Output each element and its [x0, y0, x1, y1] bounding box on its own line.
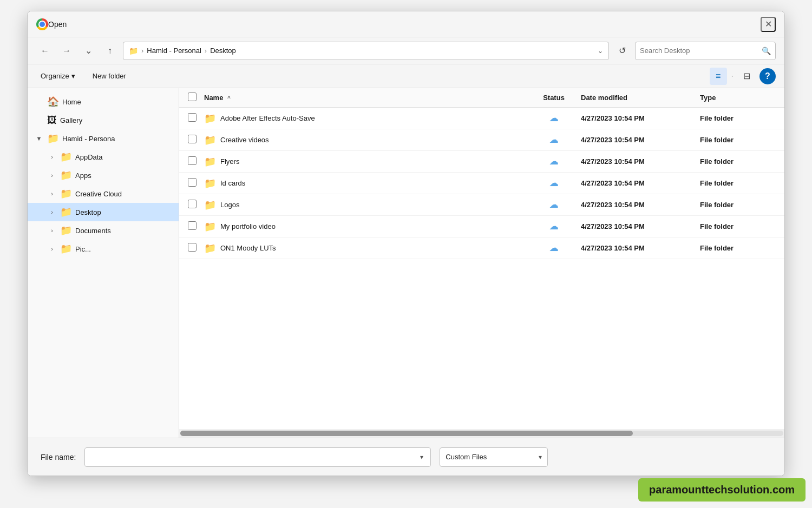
sidebar-item-documents[interactable]: › 📁 Documents — [28, 221, 179, 240]
view-controls: ≡ · ⊟ ? — [710, 68, 776, 85]
file-name-dropdown-arrow[interactable]: ▾ — [417, 453, 426, 461]
file-type-cell: File folder — [700, 114, 776, 122]
new-folder-button[interactable]: New folder — [88, 70, 130, 82]
sidebar-gallery-label: Gallery — [60, 116, 172, 124]
apps-icon: 📁 — [60, 169, 72, 181]
folder-icon: 📁 — [204, 221, 216, 233]
sidebar-item-gallery[interactable]: 🖼 Gallery — [28, 111, 179, 129]
file-date-cell: 4/27/2023 10:54 PM — [581, 136, 700, 144]
row-checkbox-5[interactable] — [188, 221, 197, 230]
row-checkbox-col — [188, 156, 204, 167]
sidebar-hamid-expand[interactable]: ▼ — [34, 134, 44, 143]
table-row[interactable]: 📁 Adobe After Effects Auto-Save ☁ 4/27/2… — [179, 108, 784, 129]
row-checkbox-0[interactable] — [188, 113, 197, 122]
sidebar-item-apps[interactable]: › 📁 Apps — [28, 166, 179, 184]
appdata-icon: 📁 — [60, 151, 72, 163]
list-view-button[interactable]: ≡ — [710, 68, 727, 85]
sidebar-item-pictures[interactable]: › 📁 Pic... — [28, 240, 179, 258]
refresh-button[interactable]: ↺ — [613, 42, 631, 60]
table-row[interactable]: 📁 Logos ☁ 4/27/2023 10:54 PM File folder — [179, 194, 784, 216]
sidebar-item-creative-cloud[interactable]: › 📁 Creative Cloud — [28, 184, 179, 203]
sidebar-desktop-expand[interactable]: › — [47, 207, 57, 217]
file-type-select[interactable]: Custom Files ▾ — [440, 447, 548, 467]
organize-button[interactable]: Organize ▾ — [36, 70, 80, 82]
column-header-name[interactable]: Name ^ — [204, 94, 527, 102]
new-folder-label: New folder — [93, 72, 126, 80]
file-type-cell: File folder — [700, 157, 776, 166]
table-row[interactable]: 📁 ON1 Moody LUTs ☁ 4/27/2023 10:54 PM Fi… — [179, 237, 784, 259]
dropdown-button[interactable]: ⌄ — [80, 42, 97, 60]
sidebar-apps-expand[interactable]: › — [47, 170, 57, 180]
file-status-cell: ☁ — [527, 221, 581, 232]
file-name-text: Flyers — [220, 157, 239, 166]
cloud-status-icon: ☁ — [549, 114, 558, 123]
file-status-cell: ☁ — [527, 135, 581, 145]
sidebar-appdata-expand[interactable]: › — [47, 152, 57, 162]
horizontal-scrollbar[interactable] — [179, 429, 784, 438]
row-checkbox-col — [188, 135, 204, 146]
split-view-button[interactable]: ⊟ — [738, 68, 755, 85]
cloud-status-icon: ☁ — [549, 222, 558, 231]
table-row[interactable]: 📁 My portfolio video ☁ 4/27/2023 10:54 P… — [179, 216, 784, 237]
file-date-cell: 4/27/2023 10:54 PM — [581, 179, 700, 187]
folder-icon: 📁 — [204, 199, 216, 211]
file-name-cell: 📁 Logos — [204, 199, 527, 211]
sidebar-hamid-label: Hamid - Persona — [62, 135, 172, 143]
sidebar-item-home[interactable]: 🏠 Home — [28, 93, 179, 111]
search-input[interactable] — [640, 47, 758, 55]
file-name-text: ON1 Moody LUTs — [220, 244, 276, 252]
sidebar-documents-label: Documents — [75, 227, 172, 235]
file-type-label: Custom Files — [446, 453, 534, 461]
table-row[interactable]: 📁 Id cards ☁ 4/27/2023 10:54 PM File fol… — [179, 173, 784, 194]
up-button[interactable]: ↑ — [101, 42, 119, 60]
row-checkbox-2[interactable] — [188, 156, 197, 165]
address-path-part-1: Hamid - Personal — [147, 47, 201, 55]
file-date-cell: 4/27/2023 10:54 PM — [581, 201, 700, 209]
cloud-status-icon: ☁ — [549, 243, 558, 253]
file-name-cell: 📁 Adobe After Effects Auto-Save — [204, 113, 527, 124]
row-checkbox-col — [188, 243, 204, 254]
row-checkbox-4[interactable] — [188, 200, 197, 208]
search-icon: 🔍 — [762, 47, 771, 55]
address-bar[interactable]: 📁 › Hamid - Personal › Desktop ⌄ — [123, 42, 609, 60]
file-date-cell: 4/27/2023 10:54 PM — [581, 222, 700, 230]
table-row[interactable]: 📁 Flyers ☁ 4/27/2023 10:54 PM File folde… — [179, 151, 784, 173]
folder-icon: 📁 — [204, 134, 216, 146]
hamid-personal-icon: 📁 — [47, 133, 59, 144]
row-checkbox-3[interactable] — [188, 178, 197, 187]
help-button[interactable]: ? — [759, 68, 776, 84]
file-type-cell: File folder — [700, 222, 776, 230]
file-status-cell: ☁ — [527, 200, 581, 210]
sidebar-pictures-expand[interactable]: › — [47, 244, 57, 254]
sidebar-creative-cloud-expand[interactable]: › — [47, 189, 57, 199]
sidebar-documents-expand[interactable]: › — [47, 226, 57, 235]
name-sort-arrow: ^ — [227, 95, 231, 101]
forward-button[interactable]: → — [58, 42, 75, 60]
file-name-input[interactable] — [89, 453, 417, 461]
header-checkbox-col — [188, 93, 204, 103]
sidebar-item-hamid-personal[interactable]: ▼ 📁 Hamid - Persona — [28, 129, 179, 148]
file-name-text: Adobe After Effects Auto-Save — [220, 114, 315, 122]
file-name-cell: 📁 Creative videos — [204, 134, 527, 146]
table-row[interactable]: 📁 Creative videos ☁ 4/27/2023 10:54 PM F… — [179, 129, 784, 151]
back-button[interactable]: ← — [36, 42, 54, 60]
list-view-icon: ≡ — [716, 71, 721, 81]
hscroll-thumb[interactable] — [180, 431, 633, 436]
action-bar: Organize ▾ New folder ≡ · ⊟ ? — [28, 64, 784, 88]
file-name-label: File name: — [41, 453, 76, 461]
home-icon: 🏠 — [47, 96, 59, 108]
row-checkbox-6[interactable] — [188, 243, 197, 252]
sidebar-item-desktop[interactable]: › 📁 Desktop — [28, 203, 179, 221]
sidebar-item-appdata[interactable]: › 📁 AppData — [28, 148, 179, 166]
sidebar-gallery-expand — [34, 115, 44, 125]
row-checkbox-1[interactable] — [188, 135, 197, 143]
bottom-bar: File name: ▾ Custom Files ▾ — [28, 438, 784, 476]
file-name-text: Id cards — [220, 179, 245, 187]
close-button[interactable]: ✕ — [761, 17, 776, 32]
sidebar-home-expand — [34, 97, 44, 107]
sidebar-home-label: Home — [62, 98, 172, 106]
file-date-cell: 4/27/2023 10:54 PM — [581, 157, 700, 166]
address-separator-1: › — [141, 47, 143, 55]
address-dropdown-chevron[interactable]: ⌄ — [598, 47, 603, 55]
select-all-checkbox[interactable] — [188, 93, 197, 101]
